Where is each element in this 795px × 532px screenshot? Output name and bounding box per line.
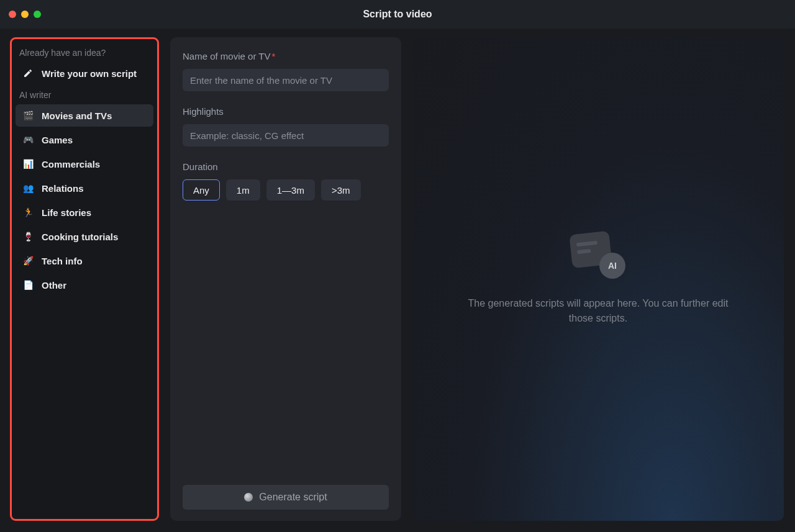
- sidebar-item-label: Other: [42, 280, 66, 291]
- movies-and-tvs-icon: 🎬: [22, 109, 34, 122]
- sidebar-item-label: Cooking tutorials: [42, 232, 118, 242]
- sidebar-item-movies-and-tvs[interactable]: 🎬Movies and TVs: [16, 104, 153, 127]
- tech-info-icon: 🚀: [22, 255, 34, 267]
- sidebar-item-relations[interactable]: 👥Relations: [16, 177, 153, 199]
- games-icon: 🎮: [22, 133, 34, 146]
- window-titlebar: Script to video: [0, 0, 795, 29]
- sidebar-item-label: Commercials: [42, 159, 100, 169]
- ai-badge-icon: AI: [599, 253, 625, 279]
- sidebar-item-label: Life stories: [42, 207, 91, 218]
- loading-icon: [244, 493, 253, 502]
- window-title: Script to video: [0, 9, 795, 20]
- sidebar-item-games[interactable]: 🎮Games: [16, 128, 153, 151]
- cooking-tutorials-icon: 🍷: [22, 230, 34, 243]
- script-type-sidebar: Already have an idea? Write your own scr…: [10, 37, 159, 521]
- duration-chip-any[interactable]: Any: [183, 179, 220, 201]
- other-icon: 📄: [22, 279, 34, 291]
- sidebar-item-label: Write your own script: [42, 68, 137, 79]
- sidebar-item-label: Movies and TVs: [42, 110, 112, 121]
- duration-chip-1m[interactable]: 1m: [226, 179, 260, 201]
- sidebar-item-label: Tech info: [42, 256, 83, 266]
- sidebar-item-other[interactable]: 📄Other: [16, 274, 153, 296]
- generate-script-label: Generate script: [259, 492, 327, 503]
- movie-name-label: Name of movie or TV*: [183, 51, 389, 61]
- life-stories-icon: 🏃: [22, 206, 34, 219]
- sidebar-item-write-own[interactable]: Write your own script: [16, 62, 153, 84]
- sidebar-header-idea: Already have an idea?: [13, 44, 156, 60]
- movie-name-input[interactable]: [183, 69, 389, 91]
- relations-icon: 👥: [22, 182, 34, 194]
- sidebar-header-ai-writer: AI writer: [13, 86, 156, 102]
- duration-chip-3m[interactable]: >3m: [321, 179, 361, 201]
- highlights-input[interactable]: [183, 124, 389, 147]
- sidebar-item-label: Relations: [42, 183, 84, 194]
- sidebar-item-commercials[interactable]: 📊Commercials: [16, 153, 153, 175]
- script-preview-panel: AI The generated scripts will appear her…: [412, 37, 784, 521]
- script-form-panel: Name of movie or TV* Highlights Duration…: [170, 37, 401, 521]
- sidebar-item-label: Games: [42, 135, 73, 145]
- generate-script-button[interactable]: Generate script: [183, 485, 389, 510]
- sidebar-item-life-stories[interactable]: 🏃Life stories: [16, 201, 153, 223]
- sidebar-item-cooking-tutorials[interactable]: 🍷Cooking tutorials: [16, 225, 153, 248]
- duration-label: Duration: [183, 161, 389, 172]
- commercials-icon: 📊: [22, 158, 34, 170]
- duration-chip-group: Any1m1—3m>3m: [183, 179, 389, 201]
- pencil-icon: [22, 67, 34, 79]
- duration-chip-13m[interactable]: 1—3m: [266, 179, 315, 201]
- empty-state-icon: AI: [571, 233, 625, 279]
- empty-state-text: The generated scripts will appear here. …: [455, 296, 741, 325]
- sidebar-item-tech-info[interactable]: 🚀Tech info: [16, 250, 153, 272]
- highlights-label: Highlights: [183, 106, 389, 117]
- required-asterisk: *: [271, 51, 275, 61]
